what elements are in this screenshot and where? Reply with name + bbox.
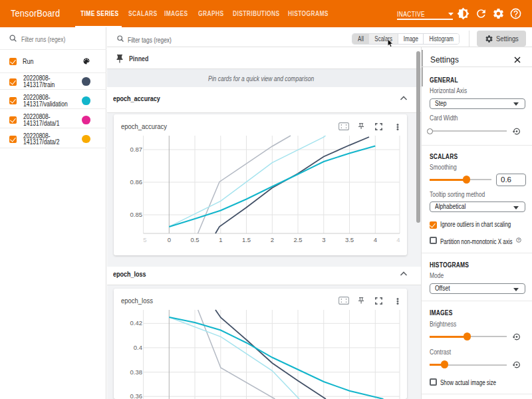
svg-text:1: 1 [219, 236, 222, 243]
svg-text:0.36: 0.36 [130, 392, 143, 399]
svg-text:0: 0 [168, 236, 171, 243]
svg-text:0.86: 0.86 [130, 178, 143, 186]
svg-text:?: ? [517, 238, 519, 242]
svg-text:3.5: 3.5 [345, 236, 354, 243]
svg-text:4: 4 [374, 236, 377, 243]
svg-text:0.4: 0.4 [134, 344, 142, 351]
svg-text:2.5: 2.5 [293, 236, 302, 243]
svg-text:0.42: 0.42 [130, 319, 143, 327]
svg-text:2: 2 [271, 236, 274, 243]
svg-text:0.85: 0.85 [130, 211, 143, 218]
svg-text:0.5: 0.5 [190, 236, 199, 243]
svg-text:0.38: 0.38 [130, 368, 143, 376]
svg-text:3: 3 [322, 236, 325, 243]
svg-text:1.5: 1.5 [242, 236, 251, 243]
svg-text:5: 5 [143, 236, 146, 243]
svg-text:4: 4 [396, 236, 400, 243]
svg-text:0.87: 0.87 [130, 146, 143, 153]
